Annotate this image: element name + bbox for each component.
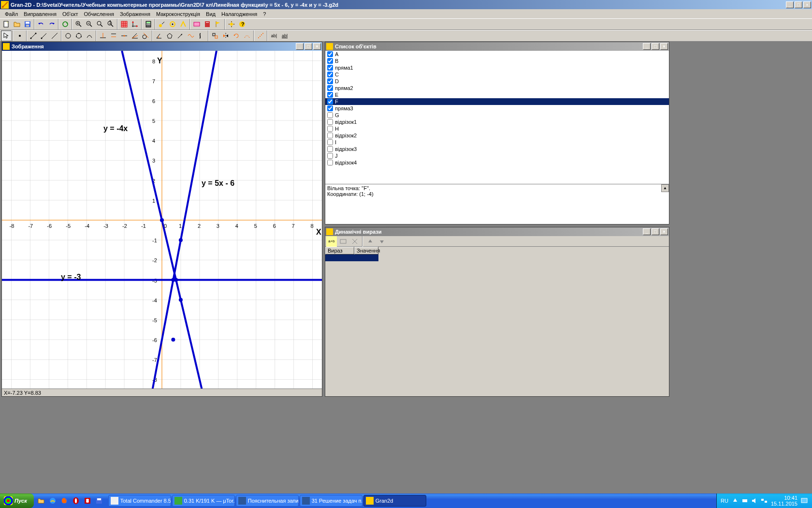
language-indicator[interactable]: RU (721, 498, 728, 504)
pointer-icon[interactable] (1, 30, 12, 41)
dyn-col-value[interactable]: Значення (354, 247, 378, 254)
task-item[interactable]: 31 Решение задач п... (300, 495, 362, 507)
object-checkbox[interactable] (327, 112, 333, 118)
bisector-icon[interactable] (130, 30, 140, 41)
object-item-пряма3[interactable]: пряма3 (325, 105, 669, 112)
polygon-icon[interactable] (164, 30, 175, 41)
graph-minimize-button[interactable]: _ (296, 43, 304, 50)
objects-minimize-button[interactable]: _ (643, 43, 651, 50)
save-file-icon[interactable] (22, 19, 33, 30)
close-button[interactable]: × (803, 1, 811, 8)
opera-icon[interactable] (71, 495, 81, 506)
zoom-fit-icon[interactable] (95, 19, 105, 30)
object-checkbox[interactable] (327, 139, 333, 145)
object-checkbox[interactable] (327, 58, 333, 64)
dyn-add-icon[interactable]: a+b (326, 236, 337, 247)
book-icon[interactable] (202, 19, 213, 30)
macro-icon[interactable] (191, 19, 202, 30)
gear-icon[interactable] (226, 19, 237, 30)
object-checkbox[interactable] (327, 160, 333, 165)
menu-?[interactable]: ? (260, 10, 269, 18)
scroll-up-icon[interactable]: ▲ (661, 184, 669, 192)
task-item[interactable]: 0.31 K/191 K — μTor... (172, 495, 235, 507)
object-checkbox[interactable] (327, 85, 333, 91)
tray-icon-1[interactable] (731, 497, 739, 505)
object-item-H[interactable]: H (325, 125, 669, 132)
clock[interactable]: 10:41 15.11.2015 (771, 495, 798, 507)
object-item-відрізок4[interactable]: відрізок4 (325, 159, 669, 166)
dyn-empty-row[interactable] (325, 254, 669, 261)
object-item-відрізок2[interactable]: відрізок2 (325, 132, 669, 139)
menu-Вид[interactable]: Вид (203, 10, 218, 18)
tool-c-icon[interactable] (178, 19, 188, 30)
dyn-col-expr[interactable]: Вираз (325, 247, 354, 254)
object-item-D[interactable]: D (325, 78, 669, 85)
start-button[interactable]: Пуск (0, 493, 34, 508)
menu-Обчислення[interactable]: Обчислення (81, 10, 117, 18)
trace-icon[interactable] (255, 30, 266, 41)
objects-maximize-button[interactable]: □ (652, 43, 659, 50)
object-item-відрізок3[interactable]: відрізок3 (325, 146, 669, 152)
object-item-F[interactable]: F (325, 98, 669, 105)
tool-b-icon[interactable] (167, 19, 178, 30)
flag-icon[interactable] (213, 19, 223, 30)
calculator-icon[interactable] (143, 19, 154, 30)
tray-icon-2[interactable] (741, 497, 749, 505)
menu-Налагодження[interactable]: Налагодження (218, 10, 260, 18)
menu-Виправлення[interactable]: Виправлення (21, 10, 59, 18)
new-file-icon[interactable] (1, 19, 12, 30)
object-checkbox[interactable] (327, 92, 333, 98)
menu-Файл[interactable]: Файл (2, 10, 21, 18)
object-checkbox[interactable] (327, 146, 333, 152)
help-icon[interactable]: ? (237, 19, 247, 30)
object-item-C[interactable]: C (325, 71, 669, 78)
menu-Зображення[interactable]: Зображення (117, 10, 153, 18)
object-checkbox[interactable] (327, 119, 333, 125)
dynamic-maximize-button[interactable]: □ (652, 228, 659, 235)
angle-icon[interactable] (154, 30, 164, 41)
minimize-button[interactable]: _ (786, 1, 794, 8)
objects-close-button[interactable]: × (660, 43, 668, 50)
object-item-A[interactable]: A (325, 51, 669, 58)
task-item[interactable]: Total Commander 8.5... (108, 495, 171, 507)
line-icon[interactable] (49, 30, 60, 41)
rotate-icon[interactable] (231, 30, 242, 41)
zoom-reset-icon[interactable]: 1 (105, 19, 116, 30)
transform-icon[interactable] (210, 30, 220, 41)
explorer-icon[interactable] (36, 495, 46, 506)
grid-icon[interactable] (119, 19, 130, 30)
graph-close-button[interactable]: × (313, 43, 321, 50)
app-icon-red[interactable] (82, 495, 93, 506)
integral-icon[interactable] (196, 30, 207, 41)
object-checkbox[interactable] (327, 51, 333, 57)
dyn-edit-icon[interactable] (338, 236, 348, 247)
arc-icon[interactable] (84, 30, 95, 41)
object-item-G[interactable]: G (325, 112, 669, 119)
graph-titlebar[interactable]: Зображення _ □ × (2, 42, 322, 51)
tray-network-icon[interactable] (760, 497, 768, 505)
zoom-in-icon[interactable] (73, 19, 84, 30)
firefox-icon[interactable] (59, 495, 70, 506)
menu-Макроконструкція[interactable]: Макроконструкція (153, 10, 203, 18)
text-icon[interactable]: ab| (269, 30, 279, 41)
graph-maximize-button[interactable]: □ (304, 43, 312, 50)
circle-3pt-icon[interactable] (73, 30, 84, 41)
graph-content[interactable]: -8-7-6-5-4-3-2-1123456780-8-7-6-5-4-3-2-… (2, 51, 322, 396)
object-item-E[interactable]: E (325, 91, 669, 98)
object-checkbox[interactable] (327, 72, 333, 77)
object-checkbox[interactable] (327, 65, 333, 71)
object-list[interactable]: ABпряма1CDпряма2EFпряма3Gвідрізок1Hвідрі… (325, 51, 669, 184)
tray-volume-icon[interactable] (751, 497, 758, 505)
object-item-J[interactable]: J (325, 152, 669, 159)
redo-icon[interactable] (46, 19, 57, 30)
perpendicular-icon[interactable] (98, 30, 108, 41)
dyn-delete-icon[interactable] (349, 236, 360, 247)
object-checkbox[interactable] (327, 153, 333, 159)
label-icon[interactable]: abl (279, 30, 290, 41)
task-item[interactable]: Пояснительная запи... (236, 495, 299, 507)
locus-icon[interactable] (242, 30, 252, 41)
object-item-пряма1[interactable]: пряма1 (325, 64, 669, 71)
maximize-button[interactable]: □ (795, 1, 802, 8)
object-checkbox[interactable] (327, 126, 333, 132)
zoom-out-icon[interactable] (84, 19, 95, 30)
